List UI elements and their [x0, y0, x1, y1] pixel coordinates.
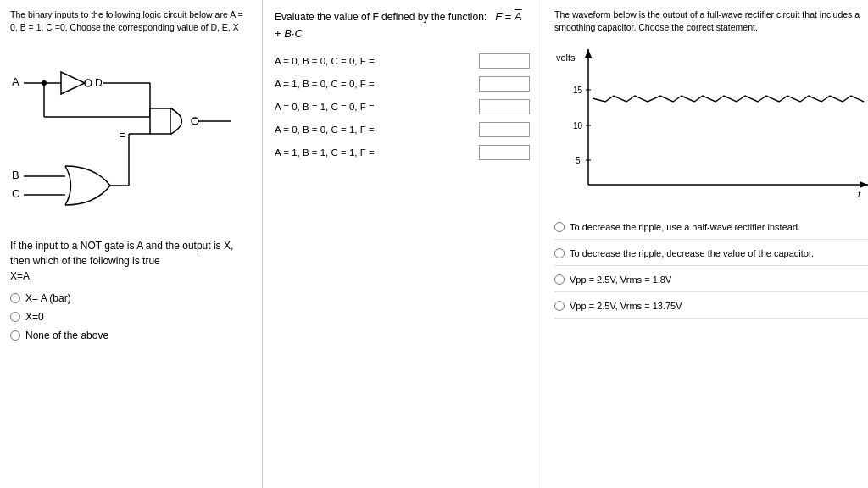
function-title: Evaluate the value of F defined by the f… [275, 8, 530, 42]
label-e: E [119, 128, 125, 140]
label-r2: To decrease the ripple, decrease the val… [570, 248, 814, 258]
truth-row-5: A = 1, B = 1, C = 1, F = [275, 145, 530, 160]
label-x-bar: X= A (bar) [25, 292, 71, 304]
truth-row-1: A = 0, B = 0, C = 0, F = [275, 53, 530, 69]
circuit-svg: A D X [10, 45, 248, 223]
radio-x-bar[interactable] [10, 293, 20, 303]
svg-marker-1 [61, 72, 85, 94]
truth-input-4[interactable] [479, 122, 530, 137]
truth-input-3[interactable] [479, 99, 530, 114]
svg-point-2 [85, 80, 92, 86]
circuit-diagram: A D X [10, 45, 248, 223]
not-gate-question: If the input to a NOT gate is A and the … [10, 238, 252, 284]
truth-label-2: A = 1, B = 0, C = 0, F = [275, 79, 479, 89]
truth-row-2: A = 1, B = 0, C = 0, F = [275, 76, 530, 92]
right-radio-options: To decrease the ripple, use a half-wave … [554, 222, 868, 319]
truth-row-4: A = 0, B = 0, C = 1, F = [275, 122, 530, 137]
label-a: A [12, 75, 19, 88]
radio-r1[interactable] [554, 222, 565, 232]
y-15: 15 [573, 86, 583, 95]
label-b: B [12, 169, 19, 181]
truth-label-5: A = 1, B = 1, C = 1, F = [275, 147, 479, 158]
option-x-zero[interactable]: X=0 [10, 311, 252, 323]
truth-input-5[interactable] [479, 145, 530, 160]
right-option-4[interactable]: Vpp = 2.5V, Vrms = 13.75V [554, 301, 868, 319]
truth-row-3: A = 0, B = 1, C = 0, F = [275, 99, 530, 114]
label-r4: Vpp = 2.5V, Vrms = 13.75V [570, 301, 682, 311]
label-d: D [95, 77, 103, 89]
middle-panel: Evaluate the value of F defined by the f… [263, 0, 542, 488]
truth-label-3: A = 0, B = 1, C = 0, F = [275, 102, 479, 112]
label-r1: To decrease the ripple, use a half-wave … [570, 222, 800, 232]
label-c: C [12, 187, 19, 200]
y-label-volts: volts [556, 53, 576, 63]
radio-r3[interactable] [554, 274, 565, 285]
svg-marker-18 [585, 49, 592, 58]
right-option-3[interactable]: Vpp = 2.5V, Vrms = 1.8V [554, 274, 868, 292]
option-x-bar[interactable]: X= A (bar) [10, 292, 252, 304]
svg-point-6 [192, 118, 198, 125]
right-option-1[interactable]: To decrease the ripple, use a half-wave … [554, 222, 868, 240]
radio-x-zero[interactable] [10, 312, 20, 322]
y-5: 5 [576, 156, 581, 165]
left-panel: The binary inputs to the following logic… [0, 0, 263, 488]
y-10: 10 [573, 121, 583, 130]
svg-rect-5 [150, 108, 171, 134]
instructions-text: The binary inputs to the following logic… [10, 8, 252, 33]
truth-label-4: A = 0, B = 0, C = 1, F = [275, 125, 479, 135]
option-none-above[interactable]: None of the above [10, 330, 252, 341]
func-title-text: Evaluate the value of F defined by the f… [275, 11, 487, 23]
truth-input-1[interactable] [479, 53, 530, 69]
right-option-2[interactable]: To decrease the ripple, decrease the val… [554, 248, 868, 266]
label-x-zero: X=0 [25, 311, 44, 323]
waveform-graph: volts 15 10 5 t [554, 41, 868, 210]
waveform-line [593, 96, 864, 102]
waveform-title: The waveform below is the output of a fu… [554, 8, 868, 34]
label-r3: Vpp = 2.5V, Vrms = 1.8V [570, 274, 671, 285]
radio-none-above[interactable] [10, 330, 20, 341]
label-none-above: None of the above [25, 330, 108, 341]
not-gate-section: If the input to a NOT gate is A and the … [10, 238, 252, 341]
x-label-t: t [858, 189, 861, 199]
right-panel: The waveform below is the output of a fu… [542, 0, 868, 488]
radio-r4[interactable] [554, 301, 565, 311]
truth-input-2[interactable] [479, 76, 530, 92]
radio-r2[interactable] [554, 248, 565, 258]
svg-marker-19 [860, 181, 868, 188]
graph-svg: volts 15 10 5 t [554, 41, 868, 210]
truth-label-1: A = 0, B = 0, C = 0, F = [275, 56, 479, 66]
